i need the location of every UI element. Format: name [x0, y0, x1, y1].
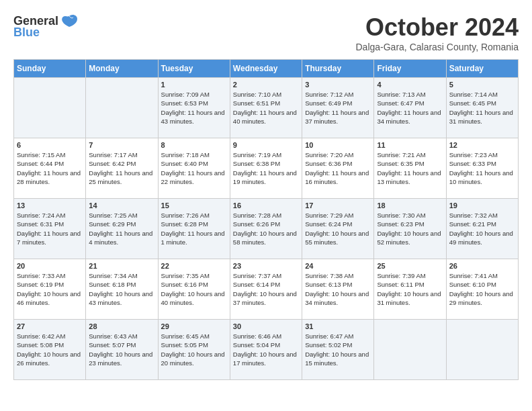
calendar-cell: 1Sunrise: 7:09 AM Sunset: 6:53 PM Daylig…: [158, 78, 230, 138]
calendar-cell: 9Sunrise: 7:19 AM Sunset: 6:38 PM Daylig…: [230, 138, 302, 199]
day-number: 4: [377, 81, 443, 89]
day-info: Sunrise: 7:41 AM Sunset: 6:10 PM Dayligh…: [449, 271, 515, 307]
calendar-cell: 22Sunrise: 7:35 AM Sunset: 6:16 PM Dayli…: [158, 259, 230, 320]
day-number: 2: [233, 81, 299, 89]
calendar-cell: 11Sunrise: 7:21 AM Sunset: 6:35 PM Dayli…: [374, 138, 446, 199]
header-friday: Friday: [374, 60, 446, 78]
day-info: Sunrise: 7:25 AM Sunset: 6:29 PM Dayligh…: [89, 211, 154, 246]
week-row-3: 13Sunrise: 7:24 AM Sunset: 6:31 PM Dayli…: [14, 199, 519, 259]
day-info: Sunrise: 7:13 AM Sunset: 6:47 PM Dayligh…: [377, 90, 443, 126]
day-number: 20: [17, 262, 83, 270]
calendar-cell: 10Sunrise: 7:20 AM Sunset: 6:36 PM Dayli…: [302, 138, 374, 199]
calendar-cell: [374, 320, 446, 380]
day-info: Sunrise: 7:39 AM Sunset: 6:11 PM Dayligh…: [377, 271, 443, 307]
calendar-cell: 3Sunrise: 7:12 AM Sunset: 6:49 PM Daylig…: [302, 78, 374, 138]
day-number: 6: [17, 141, 83, 149]
day-info: Sunrise: 7:29 AM Sunset: 6:24 PM Dayligh…: [305, 211, 371, 246]
day-info: Sunrise: 7:32 AM Sunset: 6:21 PM Dayligh…: [449, 211, 515, 246]
calendar-cell: 8Sunrise: 7:18 AM Sunset: 6:40 PM Daylig…: [158, 138, 230, 199]
day-number: 11: [377, 141, 443, 149]
day-info: Sunrise: 7:19 AM Sunset: 6:38 PM Dayligh…: [233, 150, 299, 186]
day-number: 27: [17, 322, 83, 330]
day-info: Sunrise: 6:45 AM Sunset: 5:05 PM Dayligh…: [161, 332, 227, 367]
header-wednesday: Wednesday: [230, 60, 302, 78]
calendar-cell: [86, 78, 158, 138]
day-number: 23: [233, 262, 299, 270]
header-tuesday: Tuesday: [158, 60, 230, 78]
day-number: 19: [449, 201, 515, 210]
day-number: 13: [17, 201, 83, 210]
calendar-cell: 16Sunrise: 7:28 AM Sunset: 6:26 PM Dayli…: [230, 199, 302, 259]
day-number: 14: [89, 201, 154, 210]
calendar-cell: 27Sunrise: 6:42 AM Sunset: 5:08 PM Dayli…: [14, 320, 86, 380]
calendar-cell: 14Sunrise: 7:25 AM Sunset: 6:29 PM Dayli…: [86, 199, 158, 259]
header-monday: Monday: [86, 60, 158, 78]
day-number: 18: [377, 201, 443, 210]
header-saturday: Saturday: [446, 60, 518, 78]
calendar-cell: 31Sunrise: 6:47 AM Sunset: 5:02 PM Dayli…: [302, 320, 374, 380]
calendar-cell: 19Sunrise: 7:32 AM Sunset: 6:21 PM Dayli…: [446, 199, 518, 259]
calendar-cell: 25Sunrise: 7:39 AM Sunset: 6:11 PM Dayli…: [374, 259, 446, 320]
calendar-cell: 15Sunrise: 7:26 AM Sunset: 6:28 PM Dayli…: [158, 199, 230, 259]
calendar-cell: 23Sunrise: 7:37 AM Sunset: 6:14 PM Dayli…: [230, 259, 302, 320]
calendar-table: SundayMondayTuesdayWednesdayThursdayFrid…: [13, 59, 519, 380]
day-info: Sunrise: 7:23 AM Sunset: 6:33 PM Dayligh…: [449, 150, 515, 186]
day-info: Sunrise: 7:30 AM Sunset: 6:23 PM Dayligh…: [377, 211, 443, 246]
day-number: 31: [305, 322, 371, 330]
day-info: Sunrise: 6:46 AM Sunset: 5:04 PM Dayligh…: [233, 332, 299, 367]
day-info: Sunrise: 7:12 AM Sunset: 6:49 PM Dayligh…: [305, 90, 371, 126]
day-info: Sunrise: 6:42 AM Sunset: 5:08 PM Dayligh…: [17, 332, 83, 367]
page-header: General Blue October 2024 Dalga-Gara, Ca…: [13, 13, 519, 52]
calendar-cell: 21Sunrise: 7:34 AM Sunset: 6:18 PM Dayli…: [86, 259, 158, 320]
calendar-cell: [446, 320, 518, 380]
month-title: October 2024: [355, 13, 519, 42]
day-number: 10: [305, 141, 371, 149]
day-number: 16: [233, 201, 299, 210]
week-row-2: 6Sunrise: 7:15 AM Sunset: 6:44 PM Daylig…: [14, 138, 519, 199]
day-info: Sunrise: 7:21 AM Sunset: 6:35 PM Dayligh…: [377, 150, 443, 186]
calendar-cell: 6Sunrise: 7:15 AM Sunset: 6:44 PM Daylig…: [14, 138, 86, 199]
day-number: 7: [89, 141, 154, 149]
day-number: 8: [161, 141, 227, 149]
day-number: 24: [305, 262, 371, 270]
calendar-cell: 18Sunrise: 7:30 AM Sunset: 6:23 PM Dayli…: [374, 199, 446, 259]
header-sunday: Sunday: [14, 60, 86, 78]
calendar-cell: 20Sunrise: 7:33 AM Sunset: 6:19 PM Dayli…: [14, 259, 86, 320]
calendar-cell: 24Sunrise: 7:38 AM Sunset: 6:13 PM Dayli…: [302, 259, 374, 320]
calendar-cell: [14, 78, 86, 138]
calendar-cell: 12Sunrise: 7:23 AM Sunset: 6:33 PM Dayli…: [446, 138, 518, 199]
calendar-header-row: SundayMondayTuesdayWednesdayThursdayFrid…: [14, 60, 519, 78]
day-number: 12: [449, 141, 515, 149]
day-info: Sunrise: 6:47 AM Sunset: 5:02 PM Dayligh…: [305, 332, 371, 367]
location-subtitle: Dalga-Gara, Calarasi County, Romania: [355, 42, 519, 52]
calendar-cell: 4Sunrise: 7:13 AM Sunset: 6:47 PM Daylig…: [374, 78, 446, 138]
day-number: 1: [161, 81, 227, 89]
day-number: 26: [449, 262, 515, 270]
day-info: Sunrise: 7:28 AM Sunset: 6:26 PM Dayligh…: [233, 211, 299, 246]
day-number: 21: [89, 262, 154, 270]
day-info: Sunrise: 7:26 AM Sunset: 6:28 PM Dayligh…: [161, 211, 227, 246]
calendar-cell: 7Sunrise: 7:17 AM Sunset: 6:42 PM Daylig…: [86, 138, 158, 199]
day-info: Sunrise: 7:33 AM Sunset: 6:19 PM Dayligh…: [17, 271, 83, 307]
calendar-cell: 13Sunrise: 7:24 AM Sunset: 6:31 PM Dayli…: [14, 199, 86, 259]
calendar-cell: 2Sunrise: 7:10 AM Sunset: 6:51 PM Daylig…: [230, 78, 302, 138]
day-number: 15: [161, 201, 227, 210]
day-info: Sunrise: 6:43 AM Sunset: 5:07 PM Dayligh…: [89, 332, 154, 367]
week-row-1: 1Sunrise: 7:09 AM Sunset: 6:53 PM Daylig…: [14, 78, 519, 138]
header-thursday: Thursday: [302, 60, 374, 78]
week-row-4: 20Sunrise: 7:33 AM Sunset: 6:19 PM Dayli…: [14, 259, 519, 320]
day-number: 25: [377, 262, 443, 270]
logo-bird-icon: [60, 13, 79, 28]
day-info: Sunrise: 7:17 AM Sunset: 6:42 PM Dayligh…: [89, 150, 154, 186]
day-number: 30: [233, 322, 299, 330]
day-number: 22: [161, 262, 227, 270]
week-row-5: 27Sunrise: 6:42 AM Sunset: 5:08 PM Dayli…: [14, 320, 519, 380]
day-info: Sunrise: 7:10 AM Sunset: 6:51 PM Dayligh…: [233, 90, 299, 126]
day-info: Sunrise: 7:37 AM Sunset: 6:14 PM Dayligh…: [233, 271, 299, 307]
day-info: Sunrise: 7:18 AM Sunset: 6:40 PM Dayligh…: [161, 150, 227, 186]
day-number: 17: [305, 201, 371, 210]
day-info: Sunrise: 7:35 AM Sunset: 6:16 PM Dayligh…: [161, 271, 227, 307]
calendar-cell: 29Sunrise: 6:45 AM Sunset: 5:05 PM Dayli…: [158, 320, 230, 380]
logo-blue: Blue: [13, 26, 40, 40]
day-number: 9: [233, 141, 299, 149]
